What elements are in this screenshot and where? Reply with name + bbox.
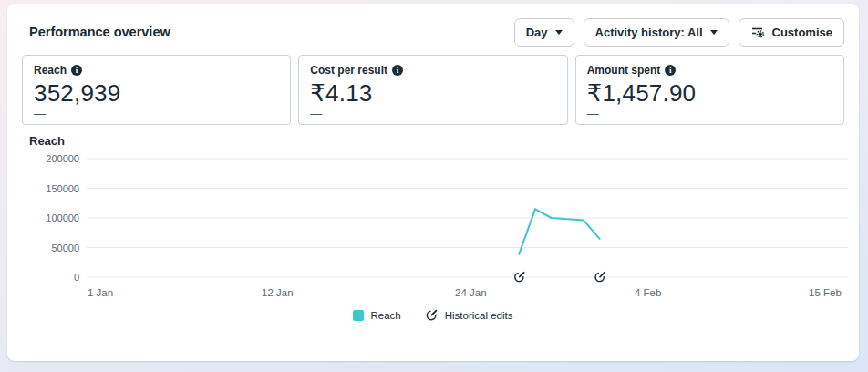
performance-overview-panel: Performance overview Day Activity histor… [7, 4, 859, 361]
x-axis-label: 24 Jan [455, 287, 487, 298]
x-axis-label: 15 Feb [809, 287, 842, 298]
metric-card-amount-spent[interactable]: Amount spent i ₹1,457.90 — [575, 55, 844, 125]
info-icon[interactable]: i [71, 65, 82, 76]
chart-area: 0500001000001500002000001 Jan12 Jan24 Ja… [20, 148, 844, 308]
customise-label: Customise [772, 26, 832, 39]
x-axis-label: 1 Jan [88, 287, 113, 298]
historical-edit-marker[interactable] [512, 270, 526, 284]
x-axis-label: 4 Feb [635, 287, 661, 298]
historical-edit-marker[interactable] [593, 270, 607, 284]
metric-label: Cost per result [310, 64, 388, 77]
metric-secondary: — [587, 109, 832, 119]
activity-history-dropdown[interactable]: Activity history: All [584, 18, 729, 46]
metric-label: Amount spent [587, 64, 661, 77]
y-axis-label: 50000 [51, 243, 79, 253]
y-axis-label: 150000 [46, 183, 79, 194]
header-controls: Day Activity history: All Customise [514, 18, 844, 46]
info-icon[interactable]: i [665, 65, 676, 76]
day-dropdown[interactable]: Day [514, 18, 574, 46]
chevron-down-icon [555, 30, 563, 35]
metric-cards-row: Reach i 352,939 — Cost per result i ₹4.1… [22, 55, 844, 125]
y-axis-label: 100000 [46, 212, 79, 223]
legend-item-reach: Reach [353, 310, 400, 321]
panel-header: Performance overview Day Activity histor… [22, 4, 844, 49]
activity-history-label: Activity history: All [595, 26, 703, 39]
metric-value: 352,939 [34, 79, 279, 108]
metric-card-reach[interactable]: Reach i 352,939 — [22, 55, 291, 125]
x-axis-label: 12 Jan [262, 287, 294, 298]
metric-label: Reach [34, 64, 67, 77]
customise-button[interactable]: Customise [739, 18, 844, 46]
chart-legend: Reach Historical edits [22, 308, 844, 322]
legend-label: Reach [370, 310, 400, 321]
metric-value: ₹1,457.90 [587, 79, 832, 108]
reach-line-chart: 0500001000001500002000001 Jan12 Jan24 Ja… [20, 148, 852, 305]
y-axis-label: 200000 [46, 153, 79, 164]
metric-secondary: — [310, 109, 555, 119]
reach-series-swatch [353, 310, 364, 321]
chart-title: Reach [29, 134, 844, 148]
metric-value: ₹4.13 [310, 79, 555, 108]
metric-secondary: — [34, 109, 279, 119]
page-title: Performance overview [29, 25, 170, 39]
metric-card-cost-per-result[interactable]: Cost per result i ₹4.13 — [298, 55, 567, 125]
historical-edits-icon [425, 308, 439, 322]
legend-label: Historical edits [445, 310, 513, 321]
day-dropdown-label: Day [526, 26, 548, 39]
chevron-down-icon [710, 30, 718, 35]
y-axis-label: 0 [74, 272, 79, 283]
legend-item-historical-edits: Historical edits [425, 308, 513, 322]
customise-icon [750, 25, 765, 39]
info-icon[interactable]: i [392, 65, 403, 76]
